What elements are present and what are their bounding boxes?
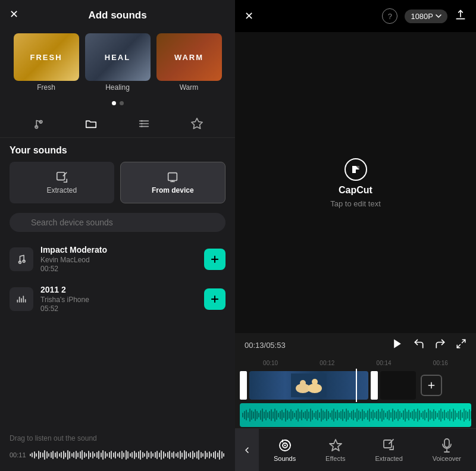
tab-favorites[interactable] xyxy=(184,115,209,133)
resolution-button[interactable]: 1080P xyxy=(405,10,447,23)
preview-canvas: CapCut Tap to edit text xyxy=(235,32,476,333)
source-cards: Extracted From device xyxy=(10,162,226,203)
expand-icon xyxy=(456,338,466,349)
toolbar-voiceover[interactable]: Voiceover xyxy=(428,436,466,464)
track-item-1[interactable]: Impact Moderato Kevin MacLeod 00:52 xyxy=(10,239,226,279)
from-device-label: From device xyxy=(152,186,194,194)
toolbar-extracted[interactable]: Extracted xyxy=(370,436,407,464)
svg-point-33 xyxy=(300,380,306,386)
svg-rect-30 xyxy=(291,373,327,397)
theme-card-fresh[interactable]: FRESH Fresh xyxy=(14,33,79,92)
video-clip[interactable] xyxy=(249,371,368,400)
svg-point-40 xyxy=(284,444,286,446)
pagination-dots xyxy=(0,96,235,110)
help-button[interactable]: ? xyxy=(382,8,397,24)
waveform-row: 00:11 xyxy=(0,445,235,471)
waveform-bars[interactable] xyxy=(30,446,226,464)
add-track-2-button[interactable] xyxy=(204,288,226,310)
left-panel: ✕ Add sounds FRESH Fresh HEAL Healing WA… xyxy=(0,0,235,471)
time-display: 00:13/05:53 xyxy=(245,341,286,350)
play-icon xyxy=(392,338,403,350)
extracted-label: Extracted xyxy=(46,186,77,194)
search-input[interactable] xyxy=(10,213,226,232)
svg-rect-11 xyxy=(168,173,177,181)
undo-icon xyxy=(413,338,425,350)
tab-folder[interactable] xyxy=(79,115,104,133)
toolbar-items: Sounds Effects Extracted xyxy=(259,436,476,464)
timeline-ruler: 00:10 00:12 00:14 00:16 xyxy=(235,357,476,369)
extracted-icon xyxy=(55,171,68,184)
plus-icon-1 xyxy=(209,253,221,265)
toolbar-back-button[interactable] xyxy=(235,429,259,472)
fresh-label: Fresh xyxy=(14,83,79,92)
toolbar-sounds[interactable]: Sounds xyxy=(269,436,300,464)
source-extracted[interactable]: Extracted xyxy=(10,162,114,203)
track-info-1: Impact Moderato Kevin MacLeod 00:52 xyxy=(40,245,197,273)
bottom-toolbar: Sounds Effects Extracted xyxy=(235,428,476,471)
tab-list[interactable] xyxy=(131,115,156,133)
sound-category-tabs xyxy=(0,110,235,138)
video-track-row xyxy=(235,369,476,402)
right-header: ✕ ? 1080P xyxy=(235,0,476,32)
upload-button[interactable] xyxy=(455,9,466,23)
track-icon-music xyxy=(10,247,33,271)
extracted-toolbar-icon xyxy=(382,438,396,453)
sounds-label: Sounds xyxy=(274,455,296,462)
svg-point-32 xyxy=(308,384,322,393)
warm-card-bg: WARM xyxy=(156,33,222,81)
healing-card-bg: HEAL xyxy=(85,33,151,81)
track-list: Impact Moderato Kevin MacLeod 00:52 xyxy=(0,237,235,431)
playhead xyxy=(356,369,357,402)
tab-tiktok[interactable] xyxy=(26,115,51,133)
timeline-controls: 00:13/05:53 xyxy=(235,333,476,357)
people-silhouette xyxy=(291,373,327,397)
tap-to-edit[interactable]: Tap to edit text xyxy=(330,199,381,208)
theme-card-warm[interactable]: WARM Warm xyxy=(156,33,222,92)
search-row: 🔍 xyxy=(0,208,235,237)
your-sounds-title: Your sounds xyxy=(10,145,226,156)
undo-button[interactable] xyxy=(413,338,425,352)
capcut-logo-icon xyxy=(344,158,368,181)
dot-2[interactable] xyxy=(120,101,124,105)
warm-label: Warm xyxy=(156,83,222,92)
track-item-2[interactable]: 2011 2 Trisha's iPhone 05:52 xyxy=(10,279,226,319)
toolbar-effects[interactable]: Effects xyxy=(321,436,350,464)
ruler-mark-2: 00:12 xyxy=(299,360,355,366)
music-note-icon xyxy=(15,253,27,265)
star-icon xyxy=(190,117,203,130)
back-arrow-icon xyxy=(242,445,252,455)
track-artist-2: Trisha's iPhone xyxy=(40,296,197,304)
clip-handle-left[interactable] xyxy=(240,371,247,400)
track-artist-1: Kevin MacLeod xyxy=(40,256,197,264)
redo-button[interactable] xyxy=(434,338,446,352)
right-panel: ✕ ? 1080P CapCut Tap xyxy=(235,0,476,471)
track-duration-1: 00:52 xyxy=(40,265,197,273)
source-from-device[interactable]: From device xyxy=(120,162,226,203)
ruler-mark-4: 00:16 xyxy=(412,360,469,366)
dot-1[interactable] xyxy=(112,101,116,105)
plus-icon-2 xyxy=(209,293,221,305)
device-icon xyxy=(166,171,179,184)
drag-hint: Drag to listen out the sound xyxy=(0,431,235,445)
track-icon-bars xyxy=(10,287,33,311)
theme-card-healing[interactable]: HEAL Healing xyxy=(85,33,151,92)
theme-cards-row: FRESH Fresh HEAL Healing WARM Warm xyxy=(0,29,235,96)
plus-clip-icon xyxy=(426,380,437,391)
redo-icon xyxy=(434,338,446,350)
left-panel-title: Add sounds xyxy=(88,10,146,21)
upload-icon xyxy=(455,9,466,21)
audio-track-row[interactable] xyxy=(240,403,471,427)
left-header: ✕ Add sounds xyxy=(0,0,235,29)
right-close-button[interactable]: ✕ xyxy=(245,10,253,23)
svg-marker-41 xyxy=(330,439,342,451)
clip-handle-right[interactable] xyxy=(371,371,378,400)
track-name-2: 2011 2 xyxy=(40,285,197,294)
left-close-button[interactable]: ✕ xyxy=(10,8,18,21)
svg-point-34 xyxy=(312,379,318,385)
add-clip-button[interactable] xyxy=(421,375,442,396)
tiktok-icon xyxy=(32,117,45,130)
expand-button[interactable] xyxy=(456,338,466,351)
add-track-1-button[interactable] xyxy=(204,249,226,270)
effects-icon xyxy=(328,438,343,453)
play-button[interactable] xyxy=(392,338,403,352)
